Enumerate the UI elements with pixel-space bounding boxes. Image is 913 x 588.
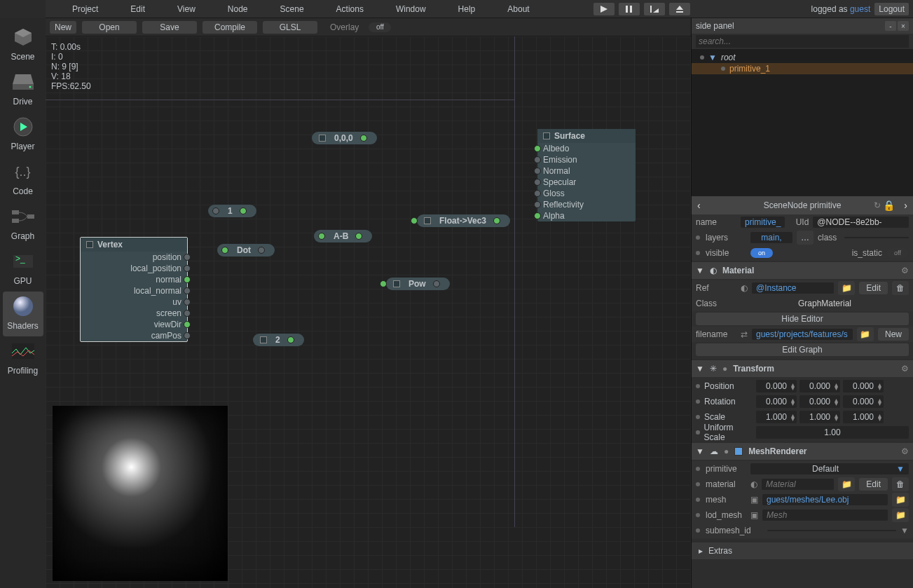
section-transform[interactable]: ▼✳● Transform⚙ (692, 360, 913, 377)
prop-layers-value[interactable]: main, (750, 232, 792, 243)
close-button[interactable]: × (898, 21, 909, 31)
folder-button[interactable]: 📁 (857, 327, 874, 341)
rot-label: Rotation (704, 397, 736, 406)
section-meshrenderer[interactable]: ▼☁● MeshRenderer⚙ (692, 443, 913, 460)
meshrenderer-checkbox[interactable] (734, 447, 743, 456)
prop-name-value[interactable]: primitive_ (741, 217, 785, 228)
menu-help[interactable]: Help (458, 4, 476, 14)
step-button[interactable] (644, 3, 665, 15)
node-a-minus-b[interactable]: A-B (314, 230, 372, 242)
pos-y[interactable]: 0.000▴▾ (799, 380, 840, 392)
pause-button[interactable] (619, 3, 640, 15)
prev-node-button[interactable]: ‹ (697, 200, 701, 211)
edit-mesh-material-button[interactable]: Edit (859, 478, 888, 491)
graph-canvas[interactable]: T: 0.00sI: 0N: 9 [9]V: 18FPS:62.50 0,0,0… (46, 36, 691, 588)
menu-window[interactable]: Window (396, 4, 426, 14)
lock-icon[interactable]: 🔒 (883, 200, 895, 211)
svg-point-11 (29, 86, 31, 88)
compile-button[interactable]: Compile (202, 21, 257, 34)
filename-value[interactable]: guest/projects/features/s (752, 329, 853, 340)
new-button[interactable]: New (50, 21, 76, 34)
tree-item-primitive[interactable]: primitive_1 (692, 63, 913, 74)
node-float-to-vec3[interactable]: Float->Vec3 (417, 214, 510, 227)
menu-scene[interactable]: Scene (280, 4, 304, 14)
rail-player[interactable]: Player (3, 112, 43, 157)
menu-view[interactable]: View (177, 4, 195, 14)
node-surface[interactable]: Surface Albedo Emission Normal Specular … (537, 129, 636, 221)
prop-layers-label: layers (706, 233, 746, 242)
node-dot[interactable]: Dot (217, 244, 275, 257)
rail-graph[interactable]: Graph (3, 202, 43, 247)
pos-z[interactable]: 0.000▴▾ (843, 380, 884, 392)
folder-button[interactable]: 📁 (838, 477, 855, 491)
folder-button[interactable]: 📁 (838, 281, 855, 295)
play-button[interactable] (593, 3, 615, 15)
hide-editor-button[interactable]: Hide Editor (696, 313, 909, 325)
menu-project[interactable]: Project (72, 4, 98, 14)
mesh-path[interactable]: guest/meshes/Lee.obj (762, 494, 888, 505)
material-field[interactable]: Material (762, 479, 834, 490)
rail-drive[interactable]: Drive (3, 67, 43, 112)
node-vec-literal[interactable]: 0,0,0 (312, 132, 377, 144)
rot-x[interactable]: 0.000▴▾ (756, 395, 797, 408)
graph-toolbar: New Open Save Compile GLSL Overlay off (46, 18, 691, 36)
static-toggle[interactable]: off (886, 248, 909, 258)
eject-button[interactable] (669, 3, 690, 15)
edit-material-button[interactable]: Edit (859, 282, 888, 294)
glsl-button[interactable]: GLSL (263, 21, 317, 34)
open-button[interactable]: Open (82, 21, 137, 34)
delete-button[interactable]: 🗑 (892, 281, 909, 295)
folder-button[interactable]: 📁 (892, 493, 909, 507)
gear-icon[interactable]: ⚙ (901, 266, 909, 275)
primitive-select[interactable]: Default ▼ (750, 463, 909, 474)
visible-toggle[interactable]: on (750, 248, 773, 258)
rail-gpu[interactable]: >_GPU (3, 247, 43, 292)
delete-button[interactable]: 🗑 (892, 477, 909, 491)
rail-code[interactable]: {..}Code (3, 157, 43, 202)
folder-button[interactable]: 📁 (892, 508, 909, 522)
save-button[interactable]: Save (142, 21, 197, 34)
gear-icon[interactable]: ⚙ (901, 446, 909, 456)
node-const-1[interactable]: 1 (208, 205, 256, 217)
node-vertex[interactable]: Vertex position local_position normal lo… (80, 237, 188, 342)
lod-label: lod_mesh (706, 510, 746, 520)
uscale-value[interactable]: 1.00 (756, 426, 909, 439)
scale-x[interactable]: 1.000▴▾ (756, 411, 797, 423)
scale-y[interactable]: 1.000▴▾ (799, 411, 840, 423)
tree-root[interactable]: ▼root (692, 52, 913, 63)
section-material[interactable]: ▼◐ Material⚙ (692, 262, 913, 279)
scale-z[interactable]: 1.000▴▾ (843, 411, 884, 423)
refresh-icon[interactable]: ↻ (874, 200, 881, 210)
menu-actions[interactable]: Actions (336, 4, 364, 14)
menu-node[interactable]: Node (228, 4, 248, 14)
node-pow[interactable]: Pow (386, 278, 450, 290)
menu-edit[interactable]: Edit (130, 4, 145, 14)
node-const-2[interactable]: 2 (253, 334, 304, 346)
prop-class-value[interactable] (844, 237, 909, 238)
side-panel: side panel -× ▼root primitive_1 ‹ SceneN… (691, 18, 913, 588)
axis-icon: ✳ (710, 364, 717, 374)
pos-x[interactable]: 0.000▴▾ (756, 380, 797, 392)
overlay-toggle[interactable]: off (369, 22, 391, 32)
submesh-value[interactable] (767, 530, 896, 531)
rail-shaders[interactable]: Shaders (3, 292, 43, 336)
layers-more-button[interactable]: … (797, 231, 814, 245)
minimize-button[interactable]: - (885, 21, 896, 31)
rail-scene[interactable]: Scene (3, 22, 43, 67)
rail-profiling[interactable]: Profiling (3, 336, 43, 381)
ref-value[interactable]: @Instance (752, 282, 834, 294)
menu-about[interactable]: About (507, 4, 529, 14)
prop-name-label: name (696, 217, 736, 227)
lod-field[interactable]: Mesh (762, 510, 888, 521)
rot-z[interactable]: 0.000▴▾ (843, 395, 884, 408)
gear-icon[interactable]: ⚙ (901, 364, 909, 374)
new-file-button[interactable]: New (878, 328, 909, 341)
section-extras[interactable]: ▸Extras (692, 542, 913, 559)
logout-button[interactable]: Logout (874, 3, 909, 15)
next-node-button[interactable]: › (904, 200, 907, 211)
prop-static-label: is_static (852, 248, 882, 258)
edit-graph-button[interactable]: Edit Graph (696, 343, 909, 356)
search-input[interactable] (696, 35, 909, 48)
rot-y[interactable]: 0.000▴▾ (799, 395, 840, 408)
svg-point-19 (13, 296, 33, 316)
